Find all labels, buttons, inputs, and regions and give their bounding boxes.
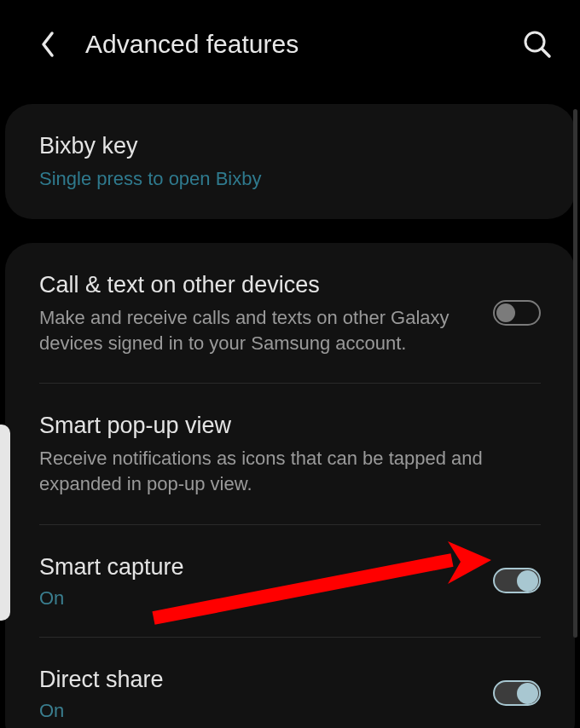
setting-desc: Receive notifications as icons that can … (39, 446, 524, 496)
setting-bixby-key[interactable]: Bixby key Single press to open Bixby (5, 104, 575, 219)
scrollbar[interactable] (573, 109, 577, 638)
svg-line-1 (542, 49, 549, 56)
setting-desc: Make and receive calls and texts on othe… (39, 305, 476, 355)
edge-panel-handle[interactable] (0, 425, 10, 621)
setting-body: Smart pop-up view Receive notifications … (39, 411, 541, 496)
card-bixby: Bixby key Single press to open Bixby (5, 104, 575, 219)
toggle-direct-share[interactable] (493, 680, 541, 706)
search-button[interactable] (519, 26, 556, 63)
setting-smart-capture[interactable]: Smart capture On (5, 525, 575, 637)
back-button[interactable] (31, 27, 65, 61)
toggle-knob (517, 683, 538, 704)
setting-status: On (39, 700, 476, 722)
card-main: Call & text on other devices Make and re… (5, 243, 575, 728)
setting-title: Bixby key (39, 131, 524, 161)
setting-title: Call & text on other devices (39, 270, 476, 300)
header: Advanced features (0, 0, 580, 80)
setting-smart-popup-view[interactable]: Smart pop-up view Receive notifications … (5, 384, 575, 523)
setting-status: On (39, 587, 476, 610)
setting-call-text-other-devices[interactable]: Call & text on other devices Make and re… (5, 243, 575, 383)
setting-body: Direct share On (39, 665, 493, 722)
setting-title: Smart pop-up view (39, 411, 524, 441)
search-icon (523, 30, 552, 59)
toggle-knob (496, 303, 515, 322)
page-title: Advanced features (85, 30, 519, 59)
setting-title: Direct share (39, 665, 476, 695)
setting-direct-share[interactable]: Direct share On (5, 638, 575, 728)
toggle-knob (517, 570, 538, 592)
chevron-left-icon (39, 30, 56, 59)
setting-body: Bixby key Single press to open Bixby (39, 131, 541, 192)
toggle-smart-capture[interactable] (493, 568, 541, 593)
content: Bixby key Single press to open Bixby Cal… (0, 104, 580, 728)
setting-body: Call & text on other devices Make and re… (39, 270, 493, 355)
setting-desc: Single press to open Bixby (39, 166, 524, 192)
setting-title: Smart capture (39, 552, 476, 582)
toggle-call-text[interactable] (493, 300, 541, 326)
setting-body: Smart capture On (39, 552, 493, 610)
